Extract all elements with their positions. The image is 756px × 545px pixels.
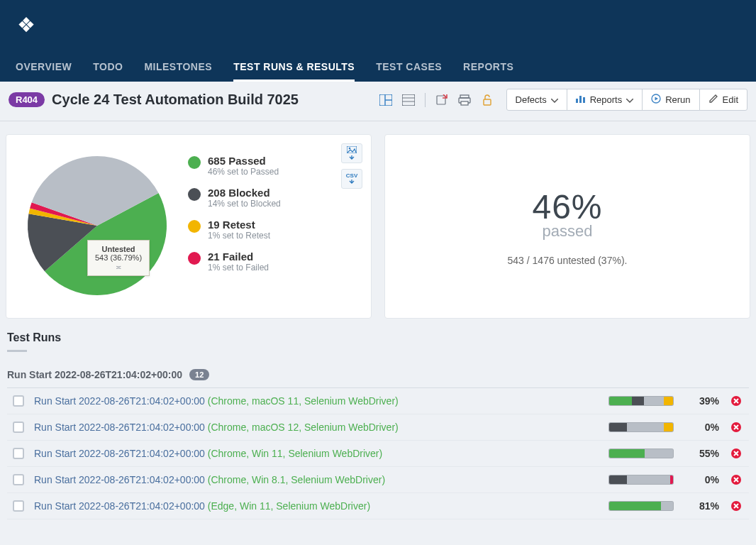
svg-rect-17 (583, 97, 585, 103)
run-link[interactable]: Run Start 2022-08-26T21:04:02+00:00 (34, 474, 208, 485)
legend-subtitle: 1% set to Failed (208, 263, 269, 272)
progress-segment (644, 397, 665, 405)
section-underline (7, 350, 27, 352)
delete-run-button[interactable] (729, 422, 743, 433)
legend-item-blocked: 208 Blocked 14% set to Blocked (188, 187, 281, 209)
nav-tab-test-cases[interactable]: TEST CASES (376, 54, 442, 82)
download-image-button[interactable] (341, 143, 362, 163)
run-row: Run Start 2022-08-26T21:04:02+00:00 (Chr… (7, 467, 749, 493)
run-name: Run Start 2022-08-26T21:04:02+00:00 (Chr… (34, 474, 599, 485)
run-details: (Chrome, Win 11, Selenium WebDriver) (208, 448, 382, 459)
chevron-down-icon (551, 94, 558, 105)
csv-label: CSV (346, 172, 357, 179)
progress-segment (632, 397, 643, 405)
run-progress-bar (608, 422, 674, 432)
defects-button[interactable]: Defects (506, 89, 567, 111)
run-checkbox[interactable] (13, 474, 24, 485)
run-id-badge: R404 (9, 92, 45, 107)
app-logo-icon (16, 15, 37, 39)
legend-title: 21 Failed (208, 251, 269, 263)
legend-dot (188, 156, 201, 169)
top-bar (0, 0, 756, 53)
summary-cards: Untested 543 (36.79%) ≍ 685 Passed 46% s… (0, 121, 756, 327)
rerun-button[interactable]: Rerun (642, 89, 699, 111)
run-name: Run Start 2022-08-26T21:04:02+00:00 (Chr… (34, 395, 599, 407)
run-details: (Edge, Win 11, Selenium WebDriver) (208, 500, 370, 512)
chevron-down-icon (626, 94, 633, 105)
run-name: Run Start 2022-08-26T21:04:02+00:00 (Chr… (34, 448, 599, 459)
progress-segment (661, 502, 673, 510)
progress-segment (609, 449, 645, 458)
run-row: Run Start 2022-08-26T21:04:02+00:00 (Edg… (7, 493, 749, 519)
edit-button[interactable]: Edit (699, 89, 747, 111)
export-icon[interactable] (433, 91, 451, 109)
svg-rect-7 (402, 94, 415, 106)
run-progress-bar (608, 501, 674, 511)
reports-button[interactable]: Reports (567, 89, 643, 111)
run-link[interactable]: Run Start 2022-08-26T21:04:02+00:00 (34, 395, 208, 407)
svg-rect-16 (579, 96, 582, 103)
legend-subtitle: 1% set to Retest (208, 231, 270, 241)
progress-segment (609, 475, 627, 484)
separator (425, 93, 426, 107)
pie-card: Untested 543 (36.79%) ≍ 685 Passed 46% s… (6, 134, 372, 319)
view-list-icon[interactable] (399, 91, 418, 109)
nav-tab-test-runs-results[interactable]: TEST RUNS & RESULTS (233, 54, 355, 82)
tooltip-value: 543 (36.79%) (95, 253, 142, 262)
run-progress-bar (608, 448, 674, 458)
delete-run-button[interactable] (729, 448, 743, 459)
title-bar: R404 Cycle 24 Test Automation Build 7025… (0, 82, 756, 121)
legend-item-retest: 19 Retest 1% set to Retest (188, 219, 281, 241)
svg-rect-10 (437, 96, 445, 104)
page-title: Cycle 24 Test Automation Build 7025 (52, 92, 299, 108)
section-title: Test Runs (7, 331, 749, 347)
group-count-badge: 12 (189, 369, 209, 380)
run-list: Run Start 2022-08-26T21:04:02+00:00 (Chr… (7, 388, 749, 519)
group-title: Run Start 2022-08-26T21:04:02+00:00 (7, 369, 182, 380)
bar-chart-icon (576, 94, 586, 105)
pencil-icon (708, 94, 718, 106)
view-details-icon[interactable] (377, 91, 395, 109)
delete-run-button[interactable] (729, 500, 743, 512)
progress-segment (609, 502, 661, 510)
progress-segment (670, 475, 673, 484)
svg-rect-15 (576, 99, 578, 103)
play-circle-icon (651, 94, 661, 106)
nav-tabs: OVERVIEWTODOMILESTONESTEST RUNS & RESULT… (0, 53, 756, 82)
run-checkbox[interactable] (13, 500, 24, 512)
nav-tab-todo[interactable]: TODO (93, 54, 123, 82)
nav-tab-milestones[interactable]: MILESTONES (144, 54, 212, 82)
delete-run-button[interactable] (729, 395, 743, 407)
run-link[interactable]: Run Start 2022-08-26T21:04:02+00:00 (34, 500, 208, 512)
run-link[interactable]: Run Start 2022-08-26T21:04:02+00:00 (34, 422, 208, 433)
passed-summary-card: 46% passed 543 / 1476 untested (37%). (384, 134, 750, 319)
run-percent: 39% (684, 395, 719, 407)
svg-rect-14 (484, 99, 491, 105)
legend-dot (188, 188, 201, 201)
progress-segment (664, 397, 673, 405)
print-icon[interactable] (455, 91, 474, 109)
run-checkbox[interactable] (13, 448, 24, 459)
run-percent: 0% (684, 422, 719, 433)
nav-tab-overview[interactable]: OVERVIEW (16, 54, 72, 82)
test-runs-section: Test Runs Run Start 2022-08-26T21:04:02+… (0, 327, 756, 519)
run-percent: 55% (684, 448, 719, 459)
run-checkbox[interactable] (13, 422, 24, 433)
run-details: (Chrome, Win 8.1, Selenium WebDriver) (208, 474, 385, 485)
lock-icon[interactable] (478, 91, 496, 109)
legend-title: 19 Retest (208, 219, 270, 231)
download-csv-button[interactable]: CSV (341, 169, 362, 189)
run-checkbox[interactable] (13, 395, 24, 407)
legend-title: 208 Blocked (208, 187, 281, 199)
run-link[interactable]: Run Start 2022-08-26T21:04:02+00:00 (34, 448, 208, 459)
svg-point-20 (349, 147, 351, 149)
legend-item-passed: 685 Passed 46% set to Passed (188, 155, 281, 177)
run-group-header: Run Start 2022-08-26T21:04:02+00:00 12 (7, 362, 749, 388)
defects-label: Defects (516, 94, 547, 105)
progress-segment (627, 423, 664, 431)
run-details: (Chrome, macOS 12, Selenium WebDriver) (208, 422, 399, 433)
nav-tab-reports[interactable]: REPORTS (463, 54, 513, 82)
legend-title: 685 Passed (208, 155, 279, 167)
delete-run-button[interactable] (729, 474, 743, 485)
run-percent: 81% (684, 500, 719, 512)
